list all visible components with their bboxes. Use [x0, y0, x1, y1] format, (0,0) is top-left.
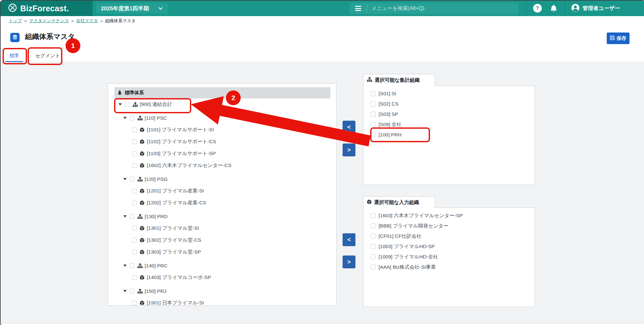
input-item-checkbox[interactable] — [371, 213, 376, 218]
aggregate-item-S02[interactable]: [S02] CS — [363, 99, 535, 109]
input-item-CF01[interactable]: [CF01] CF仕訳会社 — [363, 231, 535, 241]
tree-item-checkbox[interactable] — [132, 163, 137, 168]
page-title: 組織体系マスタ — [25, 32, 75, 42]
cube-icon — [140, 200, 145, 206]
tree-item-checkbox[interactable] — [130, 263, 135, 268]
aggregate-panel-header: 選択可能な集計組織 — [363, 74, 435, 86]
tree-item-1602[interactable]: [1602] 六本木プライマルセンター-CS — [108, 160, 336, 172]
tree-item-checkbox[interactable] — [130, 289, 135, 293]
input-item-1603[interactable]: [1603] 六本木プライマルセンター-SP — [363, 210, 535, 221]
aggregate-item-checkbox[interactable] — [371, 122, 376, 127]
tree-item-1102[interactable]: [1102] プライマルサポート-CS — [108, 136, 336, 148]
chevron-down-icon — [158, 5, 163, 12]
move-left-button-input[interactable]: < — [343, 233, 355, 246]
cube-icon — [140, 151, 145, 156]
tree-item-checkbox[interactable] — [132, 275, 137, 280]
help-icon[interactable]: ? — [533, 4, 542, 13]
tree-item-checkbox[interactable] — [132, 189, 137, 193]
tree-item-120[interactable]: [120] PSG — [108, 173, 336, 185]
tree-item-checkbox[interactable] — [130, 116, 135, 120]
breadcrumb-item[interactable]: マスタメンテナンス — [29, 18, 69, 24]
collapse-caret-icon[interactable] — [119, 103, 122, 106]
breadcrumb-item[interactable]: 会社マスタ — [76, 18, 98, 24]
aggregate-item-S03[interactable]: [S03] SP — [363, 109, 535, 119]
aggregate-item-S09[interactable]: [S09] 全社 — [363, 119, 535, 130]
input-item-1003[interactable]: [1003] プライマルHD-SP — [363, 241, 535, 252]
tab-セグメント[interactable]: セグメント — [31, 50, 65, 62]
input-item-checkbox[interactable] — [371, 254, 376, 259]
move-left-button-aggregate[interactable]: < — [343, 121, 355, 134]
tree-item-checkbox[interactable] — [132, 151, 137, 156]
period-selector[interactable]: 2025年度第1四半期 — [96, 3, 168, 14]
tree-item-label: [1103] プライマルサポート-SP — [147, 150, 216, 157]
user-menu[interactable]: 管理者ユーザー — [571, 1, 620, 16]
tree-item-label: [140] PRC — [145, 263, 168, 269]
input-item-AAA[interactable]: [AAA] Biz株式会社-SI事業 — [363, 262, 535, 272]
collapse-caret-icon[interactable] — [123, 290, 127, 292]
aggregate-item-checkbox[interactable] — [371, 132, 376, 137]
menu-icon[interactable] — [349, 6, 367, 11]
cube-icon — [367, 200, 371, 206]
tree-item-checkbox[interactable] — [130, 177, 135, 181]
tree-item-checkbox[interactable] — [132, 127, 137, 132]
input-panel-header: 選択可能な入力組織 — [363, 196, 435, 208]
brand[interactable]: BizForecast — [1, 1, 93, 16]
save-button[interactable]: 保存 — [607, 32, 630, 44]
tree-item-checkbox[interactable] — [130, 214, 135, 219]
tree-item-1303[interactable]: [1303] プライマル堂-SP — [108, 246, 336, 258]
collapse-caret-icon[interactable] — [123, 265, 127, 267]
sitemap-icon — [138, 177, 143, 182]
menu-search[interactable]: メニューを検索(Alt+Q) — [349, 3, 519, 14]
tree-item-1301[interactable]: [1301] プライマル堂-SI — [108, 222, 336, 234]
breadcrumb-separator: > — [100, 19, 103, 23]
tree-item-checkbox[interactable] — [132, 200, 137, 205]
tree-item-150[interactable]: [150] PRJ — [108, 285, 336, 297]
aggregate-item-checkbox[interactable] — [371, 101, 376, 107]
aggregate-item-label: [S02] CS — [379, 101, 398, 107]
input-item-checkbox[interactable] — [371, 234, 376, 239]
aggregate-item-checkbox[interactable] — [371, 112, 376, 117]
input-item-checkbox[interactable] — [371, 223, 376, 228]
tree-item-140[interactable]: [140] PRC — [108, 260, 336, 272]
cube-icon — [140, 163, 145, 168]
aggregate-item-checkbox[interactable] — [371, 91, 376, 96]
tree-item-130[interactable]: [130] PRD — [108, 210, 336, 222]
tree-item-label: [150] PRJ — [145, 288, 166, 294]
collapse-caret-icon[interactable] — [123, 215, 127, 218]
save-label: 保存 — [617, 35, 627, 42]
tree-item-110[interactable]: [110] PSC — [108, 112, 336, 124]
tree-item-1103[interactable]: [1103] プライマルサポート-SP — [108, 148, 336, 160]
input-item-checkbox[interactable] — [371, 244, 376, 249]
tree-item-checkbox[interactable] — [132, 226, 137, 231]
collapse-caret-icon[interactable] — [123, 178, 127, 180]
sitemap-icon — [133, 102, 138, 107]
move-right-button-input[interactable]: > — [343, 255, 355, 268]
tree-item-checkbox[interactable] — [132, 238, 137, 243]
main-content: 標準体系 [900] 連結合計[110] PSC[1101] プライマルサポート… — [1, 62, 644, 323]
tree-item-900[interactable]: [900] 連結合計 — [108, 98, 336, 110]
aggregate-item-S01[interactable]: [S01] SI — [363, 88, 535, 99]
app-window: BizForecast 2025年度第1四半期 メニューを検索(Alt+Q) ?… — [0, 0, 644, 325]
bell-icon[interactable] — [550, 4, 558, 13]
tree-item-1302[interactable]: [1302] プライマル堂-CS — [108, 234, 336, 246]
tree-item-1403[interactable]: [1403] プライマルコーポ-SP — [108, 272, 336, 283]
tree-item-checkbox[interactable] — [132, 301, 137, 305]
tree-item-checkbox[interactable] — [125, 102, 130, 107]
floppy-icon — [610, 35, 615, 42]
input-item-BBB[interactable]: [BBB] プライマル開発センター — [363, 221, 535, 231]
tree-item-1201[interactable]: [1201] プライマル産業-SI — [108, 185, 336, 197]
tree-item-1101[interactable]: [1101] プライマルサポート-SI — [108, 124, 336, 136]
aggregate-item-100[interactable]: [100] PRH — [363, 130, 535, 140]
tree-item-1501[interactable]: [1501] 日本プライマル-SI — [108, 297, 336, 306]
input-item-1009[interactable]: [1009] プライマルHD-全社 — [363, 252, 535, 262]
app-header: BizForecast 2025年度第1四半期 メニューを検索(Alt+Q) ?… — [1, 1, 644, 16]
tree-item-label: [1303] プライマル堂-SP — [147, 249, 201, 255]
collapse-caret-icon[interactable] — [123, 117, 127, 119]
tab-標準[interactable]: 標準 — [4, 50, 24, 62]
tree-item-1202[interactable]: [1202] プライマル産業-CS — [108, 197, 336, 209]
move-right-button-aggregate[interactable]: > — [343, 144, 355, 156]
tree-item-checkbox[interactable] — [132, 250, 137, 255]
breadcrumb-item[interactable]: トップ — [9, 18, 22, 24]
tree-item-checkbox[interactable] — [132, 139, 137, 144]
input-item-checkbox[interactable] — [371, 265, 376, 270]
